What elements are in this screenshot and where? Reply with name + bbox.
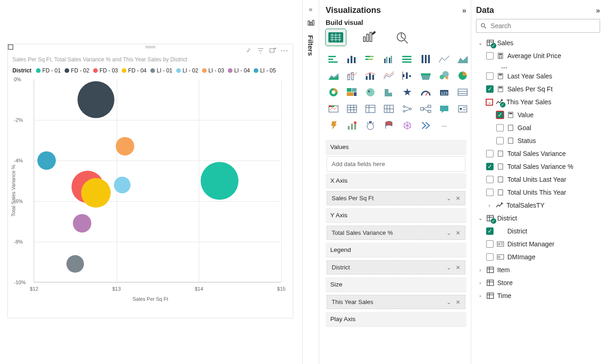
bubble-LI-03[interactable] (116, 137, 134, 155)
viz-type-icon[interactable] (326, 85, 341, 99)
chart-plot-area[interactable]: 0%-2%-4%-6%-8%-10%$12$13$14$15 (34, 79, 281, 282)
legend-item[interactable]: FD - 01 (36, 67, 61, 74)
checkbox[interactable] (496, 124, 504, 131)
checkbox[interactable] (486, 150, 494, 157)
visual-container[interactable]: ··· Sales Per Sq Ft, Total Sales Varianc… (7, 44, 293, 318)
analytics-tab[interactable] (392, 29, 412, 46)
field-total-sales-ty[interactable]: ›TotalSalesTY (476, 199, 600, 212)
viz-type-icon[interactable] (418, 52, 434, 66)
bubble-LI-02[interactable] (114, 177, 131, 193)
values-well[interactable]: Add data fields here (327, 156, 465, 172)
legend-item[interactable]: LI - 05 (254, 67, 276, 74)
checkbox[interactable]: ✓ (486, 85, 494, 93)
bubble-FD-01[interactable] (201, 162, 238, 200)
checkbox[interactable]: ✓ (486, 227, 494, 235)
viz-type-icon[interactable] (326, 69, 341, 83)
chevron-down-icon[interactable]: ⌄ (446, 299, 451, 305)
field-district-manager[interactable]: District Manager (476, 238, 600, 251)
field-overflow-ellipsis[interactable]: … (476, 62, 600, 70)
table-time[interactable]: ›Time (476, 289, 600, 302)
collapse-viz-icon[interactable]: » (462, 6, 466, 15)
bubble-FD-02[interactable] (77, 81, 114, 118)
viz-type-icon[interactable]: 123 (436, 85, 452, 99)
bubble-LI-01[interactable] (66, 255, 84, 273)
table-store[interactable]: ›Store (476, 276, 600, 289)
viz-type-icon[interactable] (399, 69, 415, 83)
bubble-FD-04[interactable] (81, 178, 111, 208)
field-average-unit-price[interactable]: Average Unit Price (476, 49, 600, 62)
viz-type-icon[interactable] (326, 102, 341, 116)
viz-type-icon[interactable] (455, 69, 470, 83)
chevron-down-icon[interactable]: ⌄ (446, 230, 451, 236)
field-tys-goal[interactable]: Goal (476, 121, 600, 134)
viz-type-icon[interactable] (344, 52, 360, 66)
viz-type-icon[interactable] (455, 52, 470, 66)
checkbox[interactable] (486, 72, 494, 80)
expand-this-year-sales[interactable]: ⌄ (486, 99, 493, 105)
checkbox[interactable] (486, 253, 494, 261)
search-box[interactable] (476, 19, 600, 33)
viz-type-icon[interactable] (381, 52, 397, 66)
checkbox[interactable] (486, 176, 494, 183)
collapse-data-icon[interactable]: » (596, 6, 600, 15)
bubble-LI-04[interactable] (73, 214, 91, 233)
more-options-icon[interactable]: ··· (281, 47, 288, 54)
viz-type-icon[interactable] (363, 52, 378, 66)
viz-type-icon[interactable] (363, 102, 378, 116)
drag-handle-icon[interactable] (143, 46, 157, 51)
viz-type-icon[interactable] (418, 119, 434, 132)
remove-field-icon[interactable]: ✕ (456, 230, 460, 236)
viz-type-icon[interactable] (344, 102, 360, 116)
viz-type-icon[interactable] (381, 119, 397, 132)
checkbox[interactable] (496, 137, 504, 144)
checkbox[interactable] (486, 189, 494, 196)
table-district[interactable]: ⌄District (476, 212, 600, 225)
viz-type-icon[interactable] (344, 85, 360, 99)
legend-item[interactable]: LI - 01 (150, 67, 173, 74)
viz-type-icon[interactable] (418, 102, 434, 116)
viz-type-icon[interactable] (436, 52, 452, 66)
filters-pane-collapsed[interactable]: « Filters (302, 0, 319, 364)
field-tys-value[interactable]: ✓Value (476, 108, 600, 121)
remove-field-icon[interactable]: ✕ (456, 299, 460, 305)
more-visuals-icon[interactable]: ··· (436, 119, 452, 132)
viz-type-icon[interactable] (436, 69, 452, 83)
search-input[interactable] (491, 22, 596, 30)
field-total-sales-variance-pct[interactable]: ✓Total Sales Variance % (476, 160, 600, 173)
report-canvas[interactable]: ··· Sales Per Sq Ft, Total Sales Varianc… (0, 0, 302, 364)
legend-item[interactable]: LI - 04 (228, 67, 250, 74)
focus-mode-icon[interactable] (269, 47, 276, 54)
field-sales-per-sqft[interactable]: ✓Sales Per Sq Ft (476, 83, 600, 95)
viz-type-icon[interactable] (363, 85, 378, 99)
viz-type-icon[interactable] (381, 69, 397, 83)
remove-field-icon[interactable]: ✕ (456, 264, 460, 271)
legend-item[interactable]: LI - 02 (176, 67, 198, 74)
field-total-units-this-year[interactable]: Total Units This Year (476, 186, 600, 199)
pin-icon[interactable] (245, 47, 252, 54)
viz-type-icon[interactable] (418, 85, 434, 99)
viz-type-icon[interactable] (363, 69, 378, 83)
field-total-units-last-year[interactable]: Total Units Last Year (476, 173, 600, 186)
viz-type-icon[interactable] (418, 69, 434, 83)
viz-type-icon[interactable] (344, 69, 360, 83)
viz-type-icon[interactable] (399, 102, 415, 116)
viz-type-icon[interactable] (399, 52, 415, 66)
field-total-sales-variance[interactable]: Total Sales Variance (476, 147, 600, 160)
chevron-down-icon[interactable]: ⌄ (446, 264, 451, 271)
expand-filters-icon[interactable]: « (309, 6, 313, 13)
checkbox[interactable] (486, 52, 494, 60)
legend-item[interactable]: FD - 04 (122, 67, 147, 74)
viz-type-icon[interactable] (344, 119, 360, 132)
field-district[interactable]: ✓District (476, 225, 600, 238)
format-visual-tab[interactable] (359, 29, 379, 46)
checkbox[interactable] (486, 240, 494, 248)
field-this-year-sales[interactable]: ⌄This Year Sales (476, 95, 600, 108)
viz-type-icon[interactable] (455, 85, 470, 99)
y-axis-field-chip[interactable]: Total Sales Variance % ⌄✕ (327, 226, 465, 240)
remove-field-icon[interactable]: ✕ (456, 195, 460, 202)
checkbox[interactable]: ✓ (496, 111, 504, 119)
viz-type-icon[interactable] (399, 119, 415, 132)
bubble-LI-05[interactable] (37, 151, 56, 170)
table-item[interactable]: ›Item (476, 263, 600, 276)
viz-type-icon[interactable] (381, 102, 397, 116)
